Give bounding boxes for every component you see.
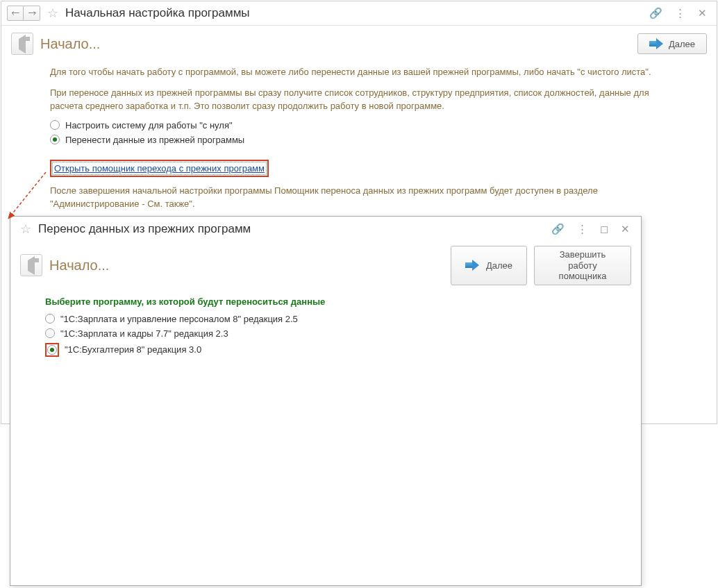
intro-paragraph-2: При переносе данных из прежней программы… <box>50 86 668 113</box>
radio-label: "1С:Бухгалтерия 8" редакция 3.0 <box>65 344 201 355</box>
kebab-menu-icon[interactable]: ⋮ <box>671 7 690 19</box>
maximize-icon[interactable]: ◻ <box>596 223 612 235</box>
favorite-star-icon[interactable]: ☆ <box>20 221 31 237</box>
next-label: Далее <box>486 260 512 271</box>
main-content: Для того чтобы начать работу с программо… <box>1 62 717 218</box>
radio-label: "1С:Зарплата и управление персоналом 8" … <box>60 314 298 324</box>
kebab-menu-icon[interactable]: ⋮ <box>573 223 592 235</box>
intro-paragraph-1: Для того чтобы начать работу с программо… <box>50 65 668 79</box>
arrow-left-icon <box>28 260 35 271</box>
wizard-header: Начало... Далее <box>1 26 717 62</box>
arrow-left-icon <box>19 39 26 49</box>
finish-label: Завершить работу помощника <box>546 249 619 282</box>
radio-icon <box>50 120 60 130</box>
radio-label: Настроить систему для работы "с нуля" <box>65 120 233 131</box>
nav-forward-button[interactable]: 🡒 <box>24 6 40 21</box>
highlighted-radio <box>45 343 59 357</box>
sub-content: Выберите программу, из которой будут пер… <box>10 289 641 368</box>
migration-wizard-window: ☆ Перенос данных из прежних программ 🔗 ⋮… <box>10 216 642 586</box>
footnote-text: После завершения начальной настройки про… <box>50 184 668 211</box>
link-icon[interactable]: 🔗 <box>547 223 569 235</box>
nav-buttons: 🡐 🡒 <box>7 6 40 21</box>
sub-window-title: Перенос данных из прежних программ <box>38 222 251 236</box>
sub-wizard-header: Начало... Далее Завершить работу помощни… <box>10 242 641 289</box>
nav-back-button[interactable]: 🡐 <box>7 6 24 21</box>
arrow-left-icon: 🡐 <box>11 9 19 17</box>
sub-next-button[interactable]: Далее <box>451 246 527 285</box>
favorite-star-icon[interactable]: ☆ <box>47 6 58 21</box>
radio-icon <box>50 135 60 144</box>
source-option-zup25[interactable]: "1С:Зарплата и управление персоналом 8" … <box>45 314 606 324</box>
close-icon[interactable]: ✕ <box>694 7 711 19</box>
wizard-step-label: Начало... <box>40 36 100 52</box>
radio-option-transfer[interactable]: Перенести данные из прежней программы <box>50 135 668 145</box>
radio-icon <box>45 328 55 338</box>
arrow-right-icon: 🡒 <box>28 9 36 17</box>
radio-icon <box>47 345 57 355</box>
radio-option-fresh[interactable]: Настроить систему для работы "с нуля" <box>50 120 668 131</box>
wizard-back-button[interactable] <box>11 33 33 55</box>
arrow-right-icon <box>465 260 481 271</box>
radio-icon <box>45 314 55 324</box>
main-title: Начальная настройка программы <box>65 6 250 20</box>
main-title-bar: 🡐 🡒 ☆ Начальная настройка программы 🔗 ⋮ … <box>1 1 717 26</box>
source-option-zk77[interactable]: "1С:Зарплата и кадры 7.7" редакция 2.3 <box>45 328 606 339</box>
source-program-prompt: Выберите программу, из которой будут пер… <box>45 296 606 307</box>
link-icon[interactable]: 🔗 <box>645 7 667 19</box>
next-label: Далее <box>669 39 695 49</box>
sub-title-bar: ☆ Перенос данных из прежних программ 🔗 ⋮… <box>10 217 641 242</box>
wizard-next-button[interactable]: Далее <box>637 33 707 54</box>
open-migration-wizard-link[interactable]: Открыть помощник перехода с прежних прог… <box>50 160 269 177</box>
finish-wizard-button[interactable]: Завершить работу помощника <box>534 246 631 285</box>
arrow-right-icon <box>649 38 665 49</box>
close-icon[interactable]: ✕ <box>617 223 634 235</box>
source-option-buh30[interactable]: "1С:Бухгалтерия 8" редакция 3.0 <box>45 343 606 357</box>
sub-wizard-back-button[interactable] <box>20 254 42 276</box>
radio-label: Перенести данные из прежней программы <box>65 135 244 145</box>
sub-wizard-step-label: Начало... <box>49 258 109 274</box>
radio-label: "1С:Зарплата и кадры 7.7" редакция 2.3 <box>60 328 228 339</box>
